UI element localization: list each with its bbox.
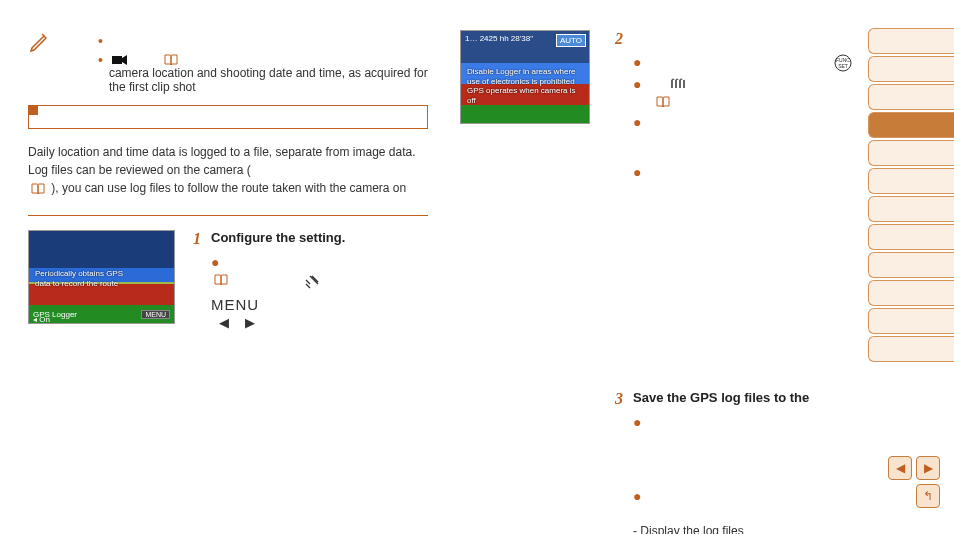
return-icon: ↰ [923,489,933,503]
note-bullet-1: • [98,33,428,49]
svg-rect-0 [112,56,122,64]
satellite-icon [304,274,320,290]
step-2-bullet-3: ● [633,114,860,130]
svg-marker-1 [122,55,127,65]
step-1-number: 1 [193,230,211,248]
sidebar-tab[interactable] [868,308,954,334]
sidebar-tab[interactable] [868,140,954,166]
step-3-number: 3 [615,390,633,408]
step-3-note: - Display the log files [633,524,860,534]
triangle-left-icon: ◀ [896,461,905,475]
note-bullet-2: • camera location and shooting date and … [98,52,428,94]
book-ref-icon [31,183,45,195]
step-1-refs [211,274,428,290]
nav-prev-button[interactable]: ◀ [888,456,912,480]
book-ref-icon [214,274,228,286]
pencil-icon [28,30,52,54]
step-3-bullet-2: ● [633,488,860,504]
book-ref-icon [164,54,178,66]
step-2-bullet-4: ● [633,164,860,180]
svg-text:SET: SET [838,63,848,69]
sidebar-tab[interactable] [868,28,954,54]
step-1-bullet: ● [211,254,428,270]
nav-next-button[interactable]: ▶ [916,456,940,480]
horizontal-rule [28,215,428,216]
sidebar-tab[interactable] [868,84,954,110]
sidebar-tab[interactable] [868,252,954,278]
movie-icon [112,54,128,66]
step-2-bullet-1: ● FUNCSET [633,54,860,72]
camera-screenshot-1: Periodically obtains GPS data to record … [28,230,175,324]
sidebar-tab[interactable] [868,168,954,194]
step-3-bullet-1: ● [633,414,860,430]
sidebar-tab[interactable] [868,280,954,306]
func-set-icon: FUNCSET [834,54,852,72]
section-divider-box [28,105,428,129]
step-1-title: Configure the setting. [211,230,345,248]
note-text-2: camera location and shooting date and ti… [109,66,428,94]
tools-icon [670,76,686,90]
sidebar-tabs [868,28,954,364]
triangle-right-icon: ▶ [924,461,933,475]
step-2-ref [633,96,860,110]
book-ref-icon [656,96,670,108]
menu-control: MENU ◀ ▶ [211,296,428,330]
body-paragraph: Daily location and time data is logged t… [28,143,428,197]
sidebar-tab-active[interactable] [868,112,954,138]
step-2-bullet-2: ● [633,76,860,92]
sidebar-tab[interactable] [868,336,954,362]
sidebar-tab[interactable] [868,56,954,82]
sidebar-tab[interactable] [868,224,954,250]
nav-back-button[interactable]: ↰ [916,484,940,508]
sidebar-tab[interactable] [868,196,954,222]
camera-screenshot-2: 1… 2425 hh 28'38" AUTO Disable Logger in… [460,30,590,124]
step-2-number: 2 [615,30,633,48]
step-3-title: Save the GPS log files to the [633,390,809,408]
